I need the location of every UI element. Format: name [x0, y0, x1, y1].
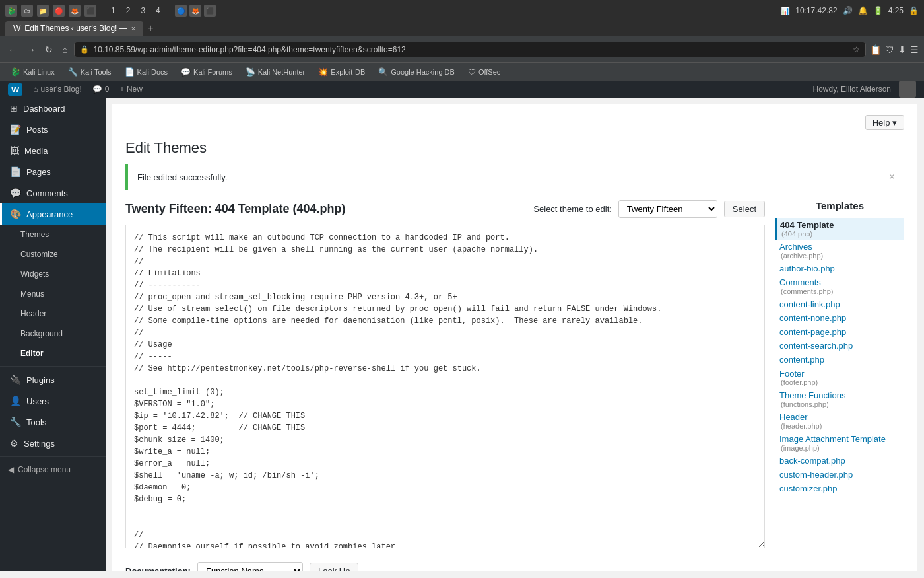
- help-button[interactable]: Help ▾: [865, 115, 904, 130]
- template-item-content[interactable]: content.php: [776, 353, 904, 367]
- admin-bar-new[interactable]: + New: [120, 85, 143, 94]
- shield-icon[interactable]: 🛡: [885, 44, 894, 55]
- template-item-404[interactable]: 404 Template (404.php): [776, 218, 904, 240]
- template-item-author-bio[interactable]: author-bio.php: [776, 262, 904, 275]
- template-item-archives[interactable]: Archives (archive.php): [776, 240, 904, 262]
- template-link-comments[interactable]: Comments: [779, 277, 900, 287]
- template-item-comments[interactable]: Comments (comments.php): [776, 275, 904, 297]
- sidebar-item-pages[interactable]: 📄 Pages: [0, 161, 106, 182]
- template-link-content[interactable]: content.php: [779, 355, 900, 365]
- collapse-menu-button[interactable]: ◀ Collapse menu: [0, 460, 106, 480]
- bookmark-kali-forums[interactable]: 💬 Kali Forums: [176, 66, 238, 78]
- sidebar-item-media[interactable]: 🖼 Media: [0, 140, 106, 161]
- sidebar-item-settings[interactable]: ⚙ Settings: [0, 433, 106, 454]
- sidebar-item-menus[interactable]: Menus: [0, 284, 106, 304]
- template-link-archives[interactable]: Archives: [779, 242, 900, 252]
- sidebar-item-posts[interactable]: 📝 Posts: [0, 119, 106, 140]
- sidebar-item-tools[interactable]: 🔧 Tools: [0, 412, 106, 433]
- window-num-1[interactable]: 1: [107, 5, 119, 17]
- template-item-content-link[interactable]: content-link.php: [776, 297, 904, 311]
- template-item-content-search[interactable]: content-search.php: [776, 339, 904, 353]
- template-item-footer[interactable]: Footer (footer.php): [776, 367, 904, 388]
- back-button[interactable]: ←: [5, 42, 20, 57]
- template-link-content-page[interactable]: content-page.php: [779, 327, 900, 337]
- lookup-button[interactable]: Look Up: [310, 563, 358, 571]
- theme-select-dropdown[interactable]: Twenty Fifteen: [618, 200, 717, 218]
- app-icon-6[interactable]: ⬛: [84, 5, 96, 17]
- wp-logo[interactable]: W: [8, 83, 22, 96]
- active-tab[interactable]: W Edit Themes ‹ user's Blog! — ×: [5, 21, 143, 36]
- url-bar[interactable]: 🔒 10.10.85.59/wp-admin/theme-editor.php?…: [74, 42, 866, 57]
- template-link-custom-header[interactable]: custom-header.php: [779, 470, 900, 480]
- sidebar-item-editor[interactable]: Editor: [0, 343, 106, 363]
- function-name-select[interactable]: Function Name...: [197, 562, 303, 571]
- extensions-icon[interactable]: 📋: [870, 44, 881, 55]
- template-item-custom-header[interactable]: custom-header.php: [776, 468, 904, 482]
- template-link-content-none[interactable]: content-none.php: [779, 313, 900, 323]
- bookmark-exploit-db[interactable]: 💥 Exploit-DB: [313, 66, 370, 78]
- bookmark-star-icon[interactable]: ☆: [853, 45, 860, 54]
- collapse-icon: ◀: [8, 465, 14, 474]
- menu-icon[interactable]: ☰: [910, 44, 919, 55]
- admin-bar-site[interactable]: ⌂ user's Blog!: [33, 85, 82, 94]
- template-link-header[interactable]: Header: [779, 412, 900, 422]
- template-link-404[interactable]: 404 Template: [780, 220, 900, 230]
- template-link-customizer[interactable]: customizer.php: [779, 484, 900, 493]
- app-icon-8[interactable]: 🦊: [189, 5, 201, 17]
- bookmark-offsec-label: OffSec: [478, 68, 500, 76]
- select-theme-button[interactable]: Select: [724, 201, 765, 217]
- bookmark-google-hacking[interactable]: 🔍 Google Hacking DB: [373, 66, 460, 78]
- download-icon[interactable]: ⬇: [898, 44, 906, 55]
- template-item-header[interactable]: Header (header.php): [776, 410, 904, 432]
- sidebar-item-users[interactable]: 👤 Users: [0, 390, 106, 412]
- window-num-2[interactable]: 2: [122, 5, 135, 17]
- app-icon-2[interactable]: 🗂: [21, 5, 33, 17]
- sidebar-item-background[interactable]: Background: [0, 324, 106, 343]
- sidebar-item-plugins[interactable]: 🔌 Plugins: [0, 369, 106, 390]
- editor-header: Twenty Fifteen: 404 Template (404.php) S…: [125, 200, 765, 218]
- template-link-back-compat[interactable]: back-compat.php: [779, 456, 900, 466]
- app-icon-7[interactable]: 🔵: [175, 5, 187, 17]
- template-item-back-compat[interactable]: back-compat.php: [776, 454, 904, 468]
- window-num-3[interactable]: 3: [137, 5, 149, 17]
- comments-icon: 💬: [10, 188, 21, 198]
- app-icon-4[interactable]: 🔴: [53, 5, 65, 17]
- template-link-content-search[interactable]: content-search.php: [779, 341, 900, 351]
- code-editor[interactable]: [125, 225, 765, 548]
- template-link-functions[interactable]: Theme Functions: [779, 390, 900, 400]
- app-icon-5[interactable]: 🦊: [69, 5, 81, 17]
- sidebar-item-dashboard[interactable]: ⊞ Dashboard: [0, 98, 106, 119]
- template-item-content-page[interactable]: content-page.php: [776, 325, 904, 339]
- app-icon-3[interactable]: 📁: [37, 5, 49, 17]
- home-button[interactable]: ⌂: [59, 42, 70, 57]
- notice-dismiss-button[interactable]: ×: [889, 171, 895, 183]
- app-icon-9[interactable]: ⬛: [204, 5, 216, 17]
- template-link-content-link[interactable]: content-link.php: [779, 299, 900, 309]
- forward-button[interactable]: →: [24, 42, 38, 57]
- bookmark-kali-nethunter[interactable]: 📡 Kali NetHunter: [240, 66, 311, 78]
- sidebar-item-customize[interactable]: Customize: [0, 244, 106, 264]
- template-link-image-attachment[interactable]: Image Attachment Template: [779, 434, 900, 444]
- sidebar-item-header[interactable]: Header: [0, 304, 106, 324]
- template-item-image-attachment[interactable]: Image Attachment Template (image.php): [776, 432, 904, 454]
- bookmark-offsec[interactable]: 🛡 OffSec: [463, 66, 506, 78]
- tab-close-button[interactable]: ×: [131, 24, 135, 32]
- bookmark-kali-docs[interactable]: 📄 Kali Docs: [119, 66, 173, 78]
- template-item-customizer[interactable]: customizer.php: [776, 482, 904, 495]
- template-link-footer[interactable]: Footer: [779, 369, 900, 379]
- template-item-content-none[interactable]: content-none.php: [776, 311, 904, 325]
- admin-bar-comments[interactable]: 💬 0: [92, 85, 110, 94]
- app-icon-1[interactable]: 🐉: [5, 5, 17, 17]
- bookmark-kali-linux[interactable]: 🐉 Kali Linux: [5, 66, 60, 78]
- sidebar-item-widgets[interactable]: Widgets: [0, 264, 106, 284]
- sidebar-item-appearance[interactable]: 🎨 Appearance: [0, 203, 106, 225]
- new-tab-button[interactable]: +: [143, 21, 157, 36]
- sidebar-item-comments[interactable]: 💬 Comments: [0, 182, 106, 203]
- bookmark-kali-tools[interactable]: 🔧 Kali Tools: [63, 66, 117, 78]
- refresh-button[interactable]: ↻: [42, 42, 55, 57]
- window-num-4[interactable]: 4: [152, 5, 164, 17]
- sidebar-item-themes[interactable]: Themes: [0, 225, 106, 244]
- template-item-functions[interactable]: Theme Functions (functions.php): [776, 388, 904, 410]
- template-link-author-bio[interactable]: author-bio.php: [779, 264, 900, 273]
- comments-count: 0: [105, 85, 110, 94]
